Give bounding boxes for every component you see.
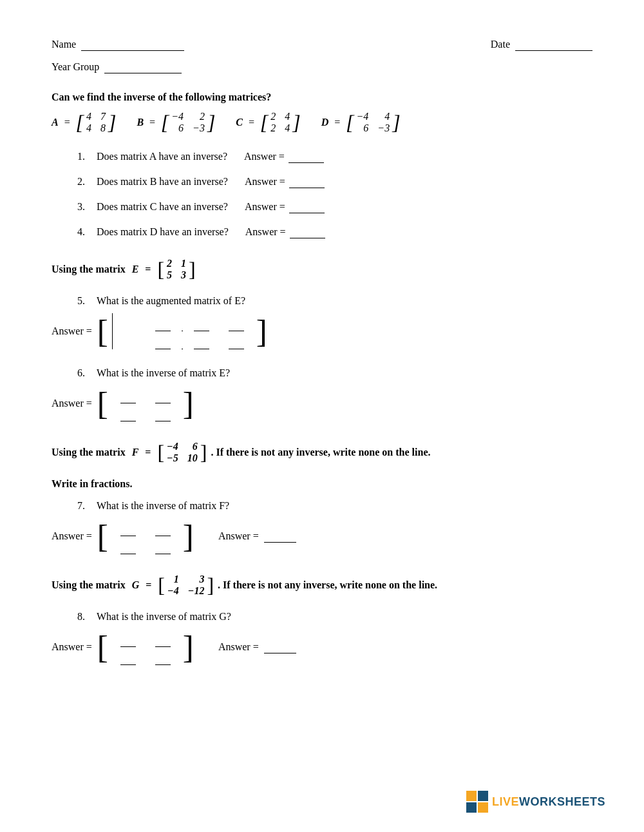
logo-square-blue-bottom bbox=[466, 802, 477, 813]
aug-cell-5 bbox=[147, 336, 179, 349]
bracket-right-e: ] bbox=[189, 259, 196, 280]
inv-bracket-left: [ bbox=[97, 389, 108, 418]
inv-f-cell-4 bbox=[147, 541, 179, 554]
q2-num: 2. bbox=[77, 176, 93, 188]
q1-answer-field: Answer = bbox=[244, 151, 324, 163]
question-8-block: 8. What is the inverse of matrix G? bbox=[77, 611, 592, 623]
matrix-F-bracket: [ −4 6 −5 10 ] bbox=[157, 440, 207, 465]
year-group-field: Year Group bbox=[52, 61, 592, 73]
section4-suffix: . If there is not any inverse, write non… bbox=[218, 579, 437, 591]
matrix-A-bracket: [ 4 7 4 8 ] bbox=[75, 110, 116, 135]
matrix-G-grid: 1 3 −4 −12 bbox=[165, 572, 207, 598]
q5-answer-label: Answer = bbox=[52, 325, 92, 337]
logo-square-orange-bottom bbox=[478, 802, 488, 813]
inv-f-grid bbox=[108, 518, 183, 554]
matrix-F-grid: −4 6 −5 10 bbox=[164, 440, 200, 465]
year-group-underline[interactable] bbox=[104, 61, 182, 73]
bracket-left-f: [ bbox=[157, 442, 164, 463]
question-7-block: 7. What is the inverse of matrix F? bbox=[77, 500, 592, 512]
section2-header: Using the matrix E = [ 2 1 5 3 ] bbox=[52, 256, 592, 282]
q6-num: 6. bbox=[77, 367, 93, 379]
matrix-B-name: B bbox=[137, 117, 144, 128]
bracket-right-c: ] bbox=[292, 112, 300, 133]
matrix-D-grid: −4 4 6 −3 bbox=[354, 110, 393, 135]
q8-text: What is the inverse of matrix G? bbox=[97, 611, 231, 623]
matrix-C-grid: 2 4 2 4 bbox=[268, 110, 292, 135]
q3-num: 3. bbox=[77, 201, 93, 213]
aug-cell-8 bbox=[220, 336, 252, 349]
bracket-left-c: [ bbox=[260, 112, 268, 133]
q6-text: What is the inverse of matrix E? bbox=[97, 367, 230, 379]
q1-num: 1. bbox=[77, 151, 93, 162]
year-group-label: Year Group bbox=[52, 61, 99, 73]
section3-equals: = bbox=[142, 447, 153, 458]
section1-title: Can we find the inverse of the following… bbox=[52, 92, 592, 103]
inv-f-bracket-left: [ bbox=[97, 521, 108, 551]
aug-cell-7 bbox=[185, 336, 218, 349]
inv-g-grid bbox=[108, 629, 183, 665]
question-5-block: 5. What is the augmented matrix of E? bbox=[77, 295, 592, 307]
name-underline[interactable] bbox=[81, 39, 184, 51]
bracket-right: ] bbox=[108, 112, 116, 133]
q5-num: 5. bbox=[77, 295, 93, 307]
bracket-left-b: [ bbox=[161, 112, 169, 133]
q4-answer-field: Answer = bbox=[245, 226, 325, 238]
date-field: Date bbox=[491, 39, 592, 51]
matrix-A-grid: 4 7 4 8 bbox=[84, 110, 108, 135]
section3-prefix: Using the matrix bbox=[52, 447, 128, 458]
bracket-right-b: ] bbox=[207, 112, 215, 133]
q4-answer-input[interactable] bbox=[290, 226, 325, 238]
inv-g-cell-1 bbox=[112, 634, 144, 647]
q5-text: What is the augmented matrix of E? bbox=[97, 295, 245, 307]
inverse-matrix-G: [ ] bbox=[97, 629, 194, 665]
matrix-G-bracket: [ 1 3 −4 −12 ] bbox=[158, 572, 214, 598]
q8-answer-label: Answer = bbox=[52, 641, 92, 653]
q2-text: Does matrix B have an inverse? bbox=[97, 176, 228, 188]
q1-text: Does matrix A have an inverse? bbox=[97, 151, 227, 162]
inv-g-cell-2 bbox=[147, 634, 179, 647]
matrix-D-bracket: [ −4 4 6 −3 ] bbox=[346, 110, 401, 135]
inv-f-cell-2 bbox=[147, 523, 179, 536]
q3-answer-field: Answer = bbox=[245, 201, 325, 213]
name-label: Name bbox=[52, 39, 76, 50]
matrix-C-name: C bbox=[236, 117, 243, 128]
q7-answer2-input[interactable] bbox=[264, 530, 296, 543]
date-label: Date bbox=[491, 39, 510, 50]
q7-num: 7. bbox=[77, 500, 93, 512]
question-6-block: 6. What is the inverse of matrix E? bbox=[77, 367, 592, 379]
matrix-D-name: D bbox=[321, 117, 329, 128]
q4-answer-label: Answer = bbox=[245, 226, 286, 238]
bracket-right-g: ] bbox=[207, 575, 214, 595]
q8-answer2-input[interactable] bbox=[264, 641, 296, 653]
q8-num: 8. bbox=[77, 611, 93, 623]
q2-answer-label: Answer = bbox=[245, 176, 285, 188]
q2-answer-field: Answer = bbox=[245, 176, 325, 188]
aug-cell-1 bbox=[147, 318, 179, 331]
section3-header: Using the matrix F = [ −4 6 −5 10 ] . If… bbox=[52, 440, 592, 465]
q4-text: Does matrix D have an inverse? bbox=[97, 226, 229, 238]
date-underline[interactable] bbox=[515, 39, 592, 51]
inv-bracket-right: ] bbox=[183, 389, 194, 418]
year-group-row: Year Group bbox=[52, 61, 592, 73]
fractions-note: Write in fractions. bbox=[52, 478, 592, 490]
section3-matrix-name: F bbox=[132, 447, 139, 458]
q1-answer-input[interactable] bbox=[289, 151, 324, 163]
q2-answer-input[interactable] bbox=[289, 176, 325, 188]
bracket-left-d: [ bbox=[346, 112, 354, 133]
augmented-grid bbox=[108, 313, 256, 349]
matrix-D-expr: D = [ −4 4 6 −3 ] bbox=[321, 110, 401, 135]
matrix-A-equals: = bbox=[61, 117, 73, 128]
question-4: 4. Does matrix D have an inverse? Answer… bbox=[77, 226, 592, 238]
section2-matrix-name: E bbox=[132, 264, 139, 275]
inv-g-cell-3 bbox=[112, 652, 144, 665]
q3-answer-input[interactable] bbox=[289, 201, 325, 213]
bracket-right-f: ] bbox=[200, 442, 207, 463]
inverse-matrix-F: [ ] bbox=[97, 518, 194, 554]
inv-cell-1 bbox=[112, 391, 144, 403]
header-row: Name Date bbox=[52, 39, 592, 51]
matrices-row: A = [ 4 7 4 8 ] B = [ −4 2 6 −3 ] bbox=[52, 110, 592, 135]
questions-list-1: 1. Does matrix A have an inverse? Answer… bbox=[77, 151, 592, 238]
inv-grid bbox=[108, 385, 183, 421]
q6-answer-label: Answer = bbox=[52, 398, 92, 409]
inv-f-cell-3 bbox=[112, 541, 144, 554]
